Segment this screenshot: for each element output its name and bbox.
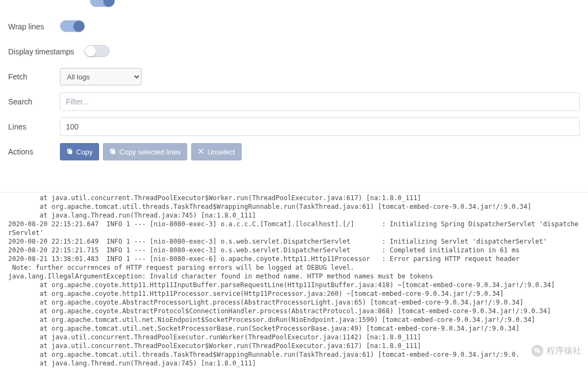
unselect-icon: [198, 148, 204, 156]
copy-selected-button-label: Copy selected lines: [119, 148, 181, 156]
actions-label: Actions: [8, 147, 60, 156]
copy-icon: [66, 148, 73, 156]
wrap-lines-label: Wrap lines: [8, 22, 60, 31]
lines-row: Lines: [8, 117, 580, 136]
wrap-lines-toggle[interactable]: [60, 20, 85, 32]
fetch-row: Fetch All logs: [8, 67, 580, 86]
lines-label: Lines: [8, 122, 60, 131]
copy-button-label: Copy: [76, 148, 93, 156]
unselect-button[interactable]: Unselect: [191, 143, 242, 160]
copy-selected-button[interactable]: Copy selected lines: [103, 143, 187, 160]
wrap-lines-row: Wrap lines: [8, 17, 580, 36]
search-input[interactable]: [60, 92, 580, 111]
log-viewer[interactable]: at java.util.concurrent.ThreadPoolExecut…: [0, 192, 588, 372]
display-timestamps-row: Display timestamps: [8, 42, 580, 61]
unselect-button-label: Unselect: [207, 148, 235, 156]
display-timestamps-toggle[interactable]: [84, 45, 109, 57]
search-row: Search: [8, 92, 580, 111]
search-label: Search: [8, 97, 60, 106]
copy-button[interactable]: Copy: [60, 143, 99, 160]
log-output: at java.util.concurrent.ThreadPoolExecut…: [8, 194, 580, 368]
fetch-label: Fetch: [8, 72, 60, 81]
fetch-select[interactable]: All logs: [60, 68, 142, 85]
controls-panel: Wrap lines Display timestamps Fetch All …: [0, 0, 588, 176]
actions-row: Actions Copy Copy selected lines Unselec…: [8, 142, 580, 161]
copy-selected-icon: [109, 148, 116, 156]
lines-input[interactable]: [60, 117, 580, 136]
toggle-top-row: [8, 0, 580, 11]
display-timestamps-label: Display timestamps: [8, 47, 84, 56]
toggle-top[interactable]: [90, 0, 115, 7]
